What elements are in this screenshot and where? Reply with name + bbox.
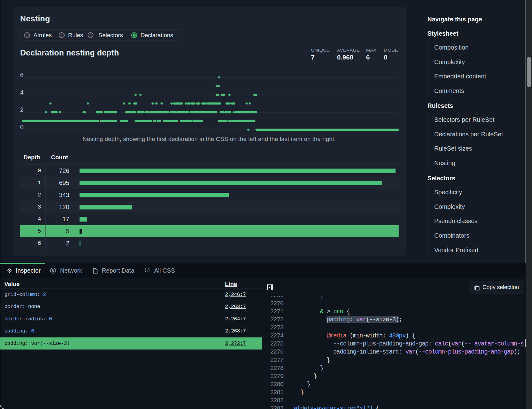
svg-text:4: 4 <box>20 89 24 96</box>
svg-text:6: 6 <box>20 72 24 78</box>
svg-text:2: 2 <box>20 106 24 113</box>
svg-text:0: 0 <box>20 124 24 130</box>
